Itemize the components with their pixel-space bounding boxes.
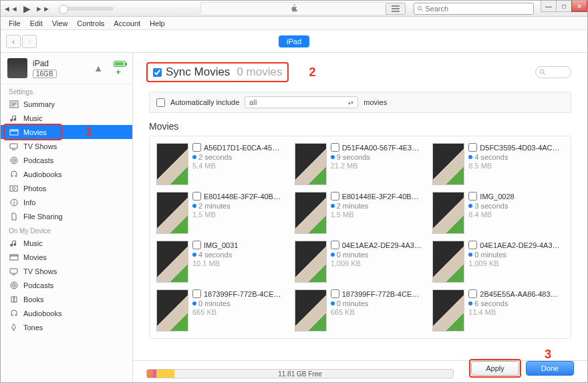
sidebar-item-label: File Sharing (23, 213, 63, 221)
menu-view[interactable]: View (48, 18, 72, 29)
search-icon (539, 69, 546, 76)
movie-checkbox[interactable] (192, 143, 201, 152)
movie-checkbox[interactable] (468, 143, 477, 152)
music-icon (9, 239, 19, 247)
sidebar-item-books[interactable]: Books (1, 292, 132, 306)
minimize-button[interactable]: — (541, 0, 557, 12)
eject-button[interactable]: ▲ (94, 63, 103, 74)
movie-duration: 2 minutes (337, 202, 369, 210)
sidebar-item-label: Books (23, 295, 44, 303)
sidebar-item-file-sharing[interactable]: File Sharing (1, 209, 132, 223)
sidebar-item-audiobooks[interactable]: Audiobooks (1, 306, 132, 320)
sidebar-item-label: Movies (23, 128, 47, 136)
svg-line-32 (544, 74, 546, 76)
sidebar-item-label: Audiobooks (23, 309, 62, 317)
menu-edit[interactable]: Edit (26, 18, 47, 29)
next-button[interactable]: ►► (35, 3, 50, 15)
movie-duration: 9 seconds (337, 153, 370, 161)
movie-checkbox[interactable] (468, 241, 477, 249)
menu-account[interactable]: Account (110, 18, 144, 29)
movie-checkbox[interactable] (468, 289, 477, 298)
footer: 11.81 GB Free 3 Apply Done (133, 360, 587, 382)
prev-button[interactable]: ◄◄ (3, 3, 18, 15)
play-button[interactable]: ▶ (19, 3, 34, 15)
movies-icon (9, 253, 19, 261)
maximize-button[interactable]: □ (556, 0, 572, 12)
movie-checkbox[interactable] (331, 192, 339, 201)
list-view-button[interactable] (386, 3, 406, 15)
nav-fwd-button[interactable]: › (22, 35, 37, 48)
menu-controls[interactable]: Controls (73, 18, 108, 29)
movie-size: 21.2 MB (331, 162, 426, 170)
menubar: File Edit View Controls Account Help (1, 17, 587, 30)
sidebar-item-label: Photos (23, 184, 46, 193)
sync-movies-checkbox[interactable] (153, 68, 162, 77)
movie-thumbnail (295, 241, 327, 283)
menu-help[interactable]: Help (146, 18, 169, 29)
window-controls: — □ ✕ (541, 0, 587, 12)
movie-size: 5.4 MB (192, 162, 288, 170)
tones-icon (9, 323, 19, 332)
sidebar-item-label: TV Shows (23, 267, 57, 275)
movie-thumbnail (156, 143, 188, 185)
sidebar-item-podcasts[interactable]: Podcasts (1, 278, 132, 292)
sidebar-item-audiobooks[interactable]: Audiobooks (1, 167, 132, 181)
movie-checkbox[interactable] (331, 289, 339, 298)
sidebar-item-music[interactable]: Music (1, 236, 132, 250)
movie-name: D51F4A00-567F-4E30-B... (342, 144, 422, 152)
movie-checkbox[interactable] (331, 143, 339, 152)
sidebar-item-tv-shows[interactable]: TV Shows (1, 139, 132, 153)
menu-file[interactable]: File (5, 18, 25, 29)
movie-name: E801448E-3F2F-40B5-BA... (204, 193, 284, 201)
sidebar-item-label: Podcasts (23, 156, 53, 164)
movie-checkbox[interactable] (192, 192, 201, 201)
sidebar-item-tones[interactable]: Tones (1, 320, 132, 334)
movie-size: 10.1 MB (192, 259, 288, 267)
content-search[interactable] (535, 66, 571, 78)
movie-name: IMG_0028 (480, 193, 514, 201)
movie-size: 1,009 KB (468, 259, 564, 267)
movie-thumbnail (295, 289, 327, 332)
auto-include-suffix: movies (363, 98, 387, 106)
sidebar-item-tv-shows[interactable]: TV Shows (1, 264, 132, 278)
auto-include-label: Automatically include (170, 98, 239, 106)
sidebar-item-label: Movies (23, 253, 47, 261)
svg-point-20 (13, 200, 14, 201)
tv-icon (9, 142, 19, 150)
svg-rect-11 (10, 144, 17, 148)
close-button[interactable]: ✕ (571, 0, 587, 12)
device-capacity: 16GB (33, 70, 57, 78)
sidebar-item-summary[interactable]: Summary (1, 97, 132, 111)
top-search[interactable] (414, 3, 534, 15)
unplayed-dot-icon (468, 204, 472, 208)
top-search-input[interactable] (425, 5, 531, 13)
sidebar-item-label: Music (23, 239, 43, 247)
sidebar-item-label: Music (23, 114, 43, 122)
sidebar-item-music[interactable]: Music (1, 111, 132, 125)
sidebar-item-podcasts[interactable]: Podcasts (1, 153, 132, 167)
movie-size: 8.5 MB (468, 162, 564, 170)
auto-include-select[interactable]: all ▴▾ (245, 96, 358, 108)
movie-checkbox[interactable] (192, 289, 201, 298)
movie-duration: 2 seconds (198, 153, 232, 161)
movie-thumbnail (156, 241, 188, 283)
unplayed-dot-icon (192, 301, 196, 305)
volume-slider[interactable] (60, 7, 114, 11)
device-tab[interactable]: iPad (279, 35, 309, 47)
sidebar-item-movies[interactable]: Movies1 (1, 125, 132, 139)
sidebar-item-photos[interactable]: Photos (1, 181, 132, 195)
movie-thumbnail (432, 192, 464, 234)
movie-checkbox[interactable] (331, 241, 339, 249)
sidebar-item-info[interactable]: Info (1, 195, 132, 209)
movie-checkbox[interactable] (468, 192, 477, 201)
auto-include-checkbox[interactable] (156, 98, 165, 107)
device-thumbnail (7, 58, 27, 78)
sidebar-item-movies[interactable]: Movies (1, 250, 132, 264)
unplayed-dot-icon (331, 204, 335, 208)
done-button[interactable]: Done (526, 361, 574, 376)
movie-thumbnail (432, 241, 464, 283)
apply-button[interactable]: Apply (471, 361, 519, 376)
nav-back-button[interactable]: ‹ (6, 35, 21, 48)
unplayed-dot-icon (192, 155, 196, 159)
movie-checkbox[interactable] (192, 241, 201, 249)
